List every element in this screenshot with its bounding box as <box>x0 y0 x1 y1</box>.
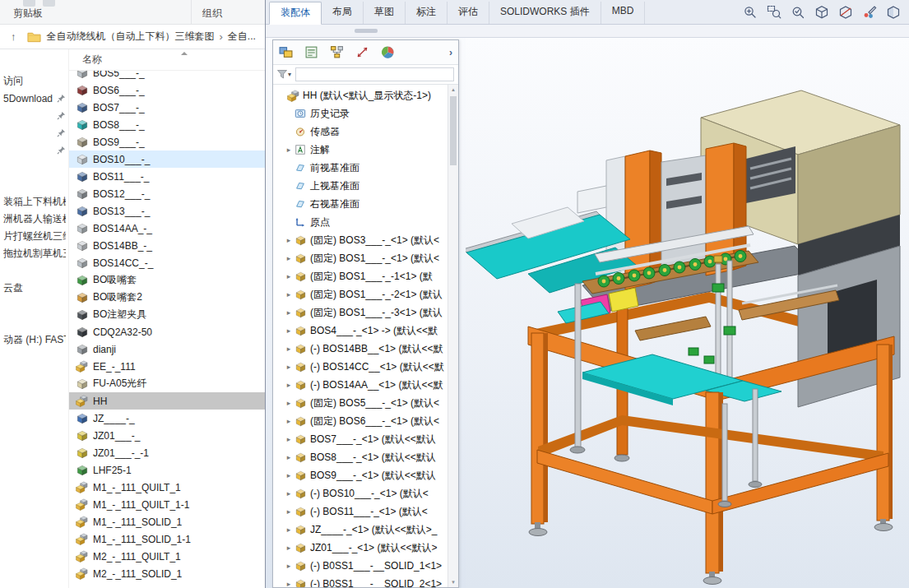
command-tab-3[interactable]: 草图 <box>364 2 406 24</box>
nav-item[interactable]: 动器 (H:) FAST <box>0 331 68 349</box>
tree-item[interactable]: ▸ BOS4___-_<1> -> (默认<<默 <box>273 322 448 340</box>
file-row[interactable]: BO吸嘴套2 <box>69 289 265 306</box>
breadcrumb-next[interactable]: 全自... <box>228 30 256 44</box>
pin-icon[interactable] <box>57 94 66 103</box>
file-row[interactable]: BOS14BB_-_ <box>69 237 265 254</box>
expand-arrow-icon[interactable]: ▸ <box>284 326 294 335</box>
command-tab-1[interactable]: 装配体 <box>269 2 322 25</box>
configurationmanager-tab-icon[interactable] <box>330 45 344 59</box>
file-row[interactable]: CDQ2A32-50 <box>69 323 265 340</box>
file-row[interactable]: BOS8___-_ <box>69 116 265 133</box>
nav-item[interactable]: 洲机器人输送机 <box>0 211 68 228</box>
file-row[interactable]: JZ____-_ <box>69 410 265 427</box>
file-row[interactable]: BOS14CC_-_ <box>69 254 265 271</box>
tree-item[interactable]: ▸ (-) BOS11___-_<1> (默认< <box>273 502 448 521</box>
view-orientation-icon[interactable] <box>814 5 829 20</box>
file-row[interactable]: FU-A05光纤 <box>69 375 265 392</box>
file-row[interactable]: BOS6___-_ <box>69 81 265 99</box>
file-row[interactable]: JZ01___-_ <box>69 427 265 444</box>
filter-icon[interactable]: ▾ <box>277 70 291 79</box>
tree-item[interactable]: ▸ (固定) BOS3___-_<1> (默认< <box>273 231 448 249</box>
tree-item[interactable]: ▸ (-) B0SS1___-__SOLID_1<1> <box>273 557 448 575</box>
tree-scrollbar[interactable]: ▴ ▾ <box>448 85 458 587</box>
nav-item[interactable]: 访问 <box>0 72 68 90</box>
up-arrow-button[interactable]: ↑ <box>11 30 16 43</box>
file-row[interactable]: HH <box>69 392 265 410</box>
file-row[interactable]: BOS5___-_ <box>69 71 265 81</box>
expand-arrow-icon[interactable]: ▸ <box>284 399 294 407</box>
file-row[interactable]: BOS13___-_ <box>69 202 265 220</box>
organize-group-label[interactable]: 组织 <box>202 7 222 21</box>
nav-item[interactable]: 5Download <box>0 90 68 107</box>
tree-item[interactable]: ▸ BOS9___-_<1> (默认<<默认 <box>273 466 448 484</box>
edit-appearance-icon[interactable] <box>862 5 877 20</box>
panel-splitter-handle[interactable] <box>355 29 378 33</box>
expand-arrow-icon[interactable]: ▸ <box>284 435 294 443</box>
command-tab-2[interactable]: 布局 <box>322 2 364 24</box>
expand-arrow-icon[interactable]: ▸ <box>284 580 294 587</box>
scroll-up-icon[interactable]: ▴ <box>448 85 458 95</box>
display-style-icon[interactable] <box>886 5 901 20</box>
file-row[interactable]: M1_-_111_QUILT_1-1 <box>69 496 265 513</box>
expand-arrow-icon[interactable]: ▸ <box>284 471 294 479</box>
tree-item[interactable]: ▸ (固定) BOS6___-_<1> (默认< <box>273 412 448 430</box>
file-row[interactable]: BOS9___-_ <box>69 133 265 150</box>
tree-item[interactable]: ▸ (固定) BOS1___-_-2<1> (默认 <box>273 285 448 303</box>
nav-item[interactable]: 片打螺丝机三维 <box>0 228 68 245</box>
file-row[interactable]: BOS10___-_ <box>69 150 265 168</box>
breadcrumb[interactable]: 全自动绕线机（自动上下料）三维套图 <box>47 30 215 44</box>
tree-item[interactable]: 右视基准面 <box>273 195 448 213</box>
command-tab-7[interactable]: MBD <box>601 2 646 24</box>
section-view-icon[interactable] <box>838 5 853 20</box>
nav-item[interactable] <box>0 107 68 124</box>
file-row[interactable]: EE_-_111 <box>69 358 265 375</box>
tree-item[interactable]: 原点 <box>273 213 448 231</box>
pin-icon[interactable] <box>57 128 66 137</box>
command-tab-5[interactable]: 评估 <box>448 2 489 24</box>
expand-arrow-icon[interactable]: ▸ <box>284 381 294 389</box>
expand-arrow-icon[interactable]: ▸ <box>284 525 294 534</box>
tree-item[interactable]: ▸ (-) BOS14AA__<1> (默认<<默 <box>273 376 448 394</box>
expand-arrow-icon[interactable]: ▸ <box>284 489 294 498</box>
nav-item[interactable] <box>0 141 68 159</box>
expand-arrow-icon[interactable]: ▸ <box>284 254 294 262</box>
file-row[interactable]: BOS7___-_ <box>69 99 265 116</box>
panel-expand-chevron[interactable]: › <box>449 47 452 58</box>
file-row[interactable]: BOS12___-_ <box>69 185 265 202</box>
filter-input[interactable] <box>295 67 454 81</box>
dimxpertmanager-tab-icon[interactable] <box>355 45 369 59</box>
file-row[interactable]: BOS11___-_ <box>69 168 265 185</box>
featuremanager-tab-icon[interactable] <box>279 45 293 59</box>
tree-item[interactable]: HH (默认<默认_显示状态-1>) <box>273 86 448 104</box>
file-row[interactable]: dianji <box>69 340 265 358</box>
scroll-down-icon[interactable]: ▾ <box>448 577 458 587</box>
expand-arrow-icon[interactable]: ▸ <box>284 290 294 299</box>
copy-icon[interactable] <box>43 0 55 7</box>
expand-arrow-icon[interactable]: ▸ <box>284 236 294 244</box>
displaymanager-tab-icon[interactable] <box>381 45 395 59</box>
name-column-header[interactable]: 名称 <box>82 53 102 67</box>
tree-item[interactable]: ▸ (-) BOS14CC__<1> (默认<<默 <box>273 358 448 376</box>
nav-item[interactable] <box>0 124 68 141</box>
scrollbar-thumb[interactable] <box>450 96 457 165</box>
pin-icon[interactable] <box>57 111 66 120</box>
pin-icon[interactable] <box>57 146 66 155</box>
tree-item[interactable]: ▸ (固定) BOS1___-_-3<1> (默认 <box>273 303 448 322</box>
expand-arrow-icon[interactable]: ▸ <box>284 507 294 516</box>
tree-item[interactable]: ▸ (固定) BOS5___-_<1> (默认< <box>273 394 448 412</box>
nav-item[interactable]: 拖拉机割草机三维 <box>0 245 68 262</box>
expand-arrow-icon[interactable]: ▸ <box>284 146 294 154</box>
viewport-3d[interactable] <box>466 38 909 588</box>
tree-item[interactable]: ▸ (固定) BOS1___-_<1> (默认< <box>273 249 448 267</box>
cut-icon[interactable] <box>23 0 35 7</box>
file-row[interactable]: M2_-_111_QUILT_1 <box>69 548 265 565</box>
expand-arrow-icon[interactable]: ▸ <box>284 544 294 552</box>
file-row[interactable]: M1_-_111_SOLID_1-1 <box>69 530 265 548</box>
tree-item[interactable]: ▸ (-) BOS10___-_<1> (默认< <box>273 484 448 502</box>
expand-arrow-icon[interactable]: ▸ <box>284 272 294 280</box>
expand-arrow-icon[interactable]: ▸ <box>284 417 294 425</box>
nav-item[interactable]: 装箱上下料机械 <box>0 193 68 211</box>
tree-item[interactable]: 前视基准面 <box>273 159 448 177</box>
file-row[interactable]: JZ01___-_-1 <box>69 444 265 461</box>
tree-item[interactable]: ▸ JZ____-_<1> (默认<<默认>_ <box>273 521 448 539</box>
